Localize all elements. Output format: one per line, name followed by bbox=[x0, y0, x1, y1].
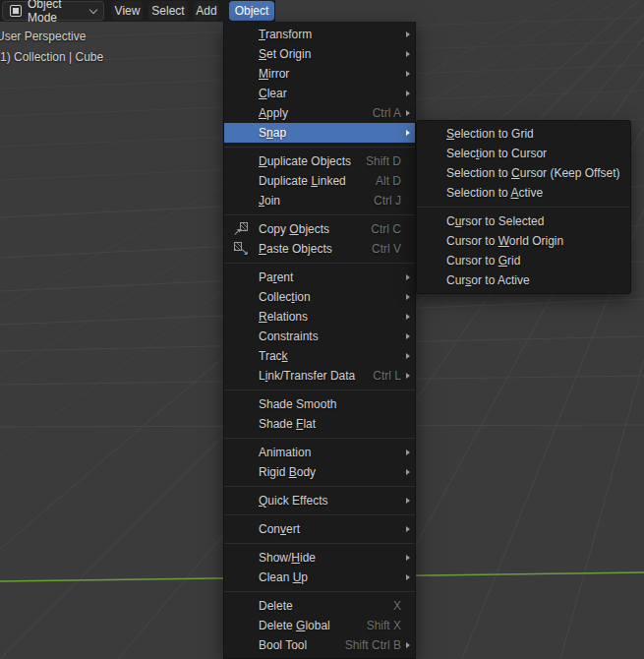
mode-selector-dropdown[interactable]: Object Mode bbox=[2, 1, 104, 21]
label-pre: L bbox=[259, 369, 265, 383]
menu-item-copy-objects[interactable]: ↗ Ctrl C Copy Objects bbox=[224, 219, 415, 239]
menu-item-track[interactable]: Track bbox=[224, 346, 415, 366]
menu-item-show-hide[interactable]: Show/Hide bbox=[224, 548, 415, 568]
submenu-item-cursor-to-selected[interactable]: Cursor to Selected bbox=[417, 211, 630, 231]
menu-item-duplicate-linked[interactable]: Alt D Duplicate Linked bbox=[224, 171, 415, 191]
mnemonic-underline: C bbox=[259, 87, 267, 100]
object-mode-icon bbox=[10, 5, 22, 17]
mnemonic-underline: A bbox=[259, 106, 266, 120]
menu-item-animation[interactable]: Animation bbox=[224, 443, 415, 462]
menu-item-parent[interactable]: Parent bbox=[224, 268, 415, 287]
shortcut-label: Ctrl C bbox=[371, 219, 401, 239]
menu-button-view-label: View bbox=[115, 4, 141, 18]
label-pre: Delete bbox=[259, 599, 293, 613]
menu-item-label: Mirror bbox=[259, 67, 289, 81]
menu-button-object[interactable]: Object bbox=[229, 1, 274, 21]
label-post: ctive bbox=[518, 186, 543, 200]
label-post: ent bbox=[277, 270, 294, 284]
label-pre: Show/ bbox=[259, 551, 291, 565]
menu-item-label: Link/Transfer Data bbox=[259, 369, 355, 383]
submenu-arrow-icon bbox=[406, 71, 410, 77]
menu-item-delete-global[interactable]: Shift X Delete Global bbox=[224, 616, 415, 635]
menu-item-rigid-body[interactable]: Rigid Body bbox=[224, 462, 415, 482]
menu-item-delete[interactable]: X Delete bbox=[224, 596, 415, 616]
menu-item-join[interactable]: Ctrl J Join bbox=[224, 191, 415, 210]
label-post: pply bbox=[266, 106, 288, 120]
menu-item-mirror[interactable]: Mirror bbox=[224, 64, 415, 84]
menu-button-view[interactable]: View bbox=[112, 1, 143, 21]
menu-separator bbox=[224, 389, 415, 390]
menu-button-add[interactable]: Add bbox=[194, 1, 219, 21]
menu-item-snap[interactable]: Snap bbox=[224, 123, 415, 143]
menu-separator bbox=[224, 438, 415, 439]
shortcut-label: Shift X bbox=[367, 616, 401, 635]
mode-selector-label: Object Mode bbox=[28, 0, 85, 25]
shortcut-label: Ctrl A bbox=[373, 103, 401, 123]
menu-item-relations[interactable]: Relations bbox=[224, 307, 415, 327]
submenu-item-cursor-to-world-origin[interactable]: Cursor to World Origin bbox=[417, 231, 630, 251]
label-post: inked bbox=[318, 174, 346, 188]
submenu-item-cursor-to-active[interactable]: Cursor to Active bbox=[417, 270, 630, 290]
submenu-item-selection-to-active[interactable]: Selection to Active bbox=[417, 183, 630, 203]
menu-item-set-origin[interactable]: Set Origin bbox=[224, 44, 415, 64]
menu-item-clear[interactable]: Clear bbox=[224, 84, 415, 103]
label-post: lear bbox=[267, 87, 287, 100]
label-post: bjects bbox=[299, 222, 329, 236]
submenu-item-selection-to-cursor-keep-offset[interactable]: Selection to Cursor (Keep Offset) bbox=[417, 163, 630, 183]
menu-item-duplicate-objects[interactable]: Shift D Duplicate Objects bbox=[224, 151, 415, 171]
label-pre: Constraints bbox=[259, 330, 319, 343]
menu-item-apply[interactable]: Ctrl A Apply bbox=[224, 103, 415, 123]
menu-item-quick-effects[interactable]: Quick Effects bbox=[224, 491, 415, 510]
menu-item-paste-objects[interactable]: ↘ Ctrl V Paste Objects bbox=[224, 239, 415, 259]
menu-item-label: Cursor to Active bbox=[446, 273, 530, 287]
menu-item-transform[interactable]: Transform bbox=[224, 25, 415, 44]
menu-item-clean-up[interactable]: Clean Up bbox=[224, 568, 415, 587]
submenu-arrow-icon bbox=[406, 51, 410, 57]
menu-item-label: Collection bbox=[259, 290, 311, 304]
menu-item-label: Clean Up bbox=[259, 570, 308, 584]
label-post: rsor to Selected bbox=[461, 214, 544, 228]
menu-item-label: Track bbox=[259, 349, 288, 363]
menu-button-select[interactable]: Select bbox=[148, 1, 188, 21]
menu-item-label: Delete Global bbox=[259, 619, 330, 632]
menu-item-label: Paste Objects bbox=[259, 242, 332, 256]
menu-item-label: Relations bbox=[259, 310, 308, 324]
mnemonic-underline: n bbox=[266, 126, 273, 140]
submenu-item-cursor-to-grid[interactable]: Cursor to Grid bbox=[417, 251, 630, 270]
label-post: irror bbox=[268, 67, 289, 81]
label-pre: Clean bbox=[259, 570, 293, 584]
menu-item-label: Cursor to World Origin bbox=[446, 234, 563, 248]
shortcut-label: Shift D bbox=[366, 151, 401, 171]
menu-item-bool-tool[interactable]: Shift Ctrl B Bool Tool bbox=[224, 635, 415, 655]
menu-item-shade-smooth[interactable]: Shade Smooth bbox=[224, 394, 415, 414]
paste-icon: ↘ bbox=[234, 242, 248, 256]
submenu-item-selection-to-cursor[interactable]: Selection to Cursor bbox=[417, 144, 630, 163]
submenu-item-selection-to-grid[interactable]: Selection to Grid bbox=[417, 124, 630, 144]
submenu-arrow-icon bbox=[406, 642, 410, 648]
menu-item-collection[interactable]: Collection bbox=[224, 287, 415, 307]
submenu-arrow-icon bbox=[406, 498, 410, 504]
shortcut-label: Alt D bbox=[376, 171, 401, 191]
menu-button-add-label: Add bbox=[196, 4, 216, 18]
submenu-arrow-icon bbox=[406, 110, 410, 116]
submenu-arrow-icon bbox=[406, 333, 410, 339]
label-post: ert bbox=[286, 522, 300, 536]
menu-separator bbox=[224, 147, 415, 148]
menu-item-shade-flat[interactable]: Shade Flat bbox=[224, 414, 415, 434]
menu-item-label: Selection to Cursor (Keep Offset) bbox=[446, 166, 620, 180]
label-post: aste Objects bbox=[266, 242, 332, 256]
snap-submenu: Selection to Grid Selection to Cursor Se… bbox=[416, 120, 631, 294]
menu-item-convert[interactable]: Convert bbox=[224, 519, 415, 539]
submenu-arrow-icon bbox=[406, 373, 410, 379]
collection-breadcrumb-overlay: (1) Collection | Cube bbox=[0, 50, 103, 64]
menu-item-label: Animation bbox=[259, 446, 311, 459]
menu-separator bbox=[224, 591, 415, 592]
label-post: lobal bbox=[305, 619, 329, 632]
menu-item-label: Copy Objects bbox=[259, 222, 329, 236]
shortcut-label: Ctrl J bbox=[374, 191, 401, 210]
shortcut-label: Shift Ctrl B bbox=[345, 635, 401, 655]
menu-item-link-transfer-data[interactable]: Ctrl L Link/Transfer Data bbox=[224, 366, 415, 386]
icon-arrow-glyph: ↗ bbox=[233, 227, 241, 237]
menu-item-constraints[interactable]: Constraints bbox=[224, 327, 415, 346]
label-pre: Delete bbox=[259, 619, 296, 632]
